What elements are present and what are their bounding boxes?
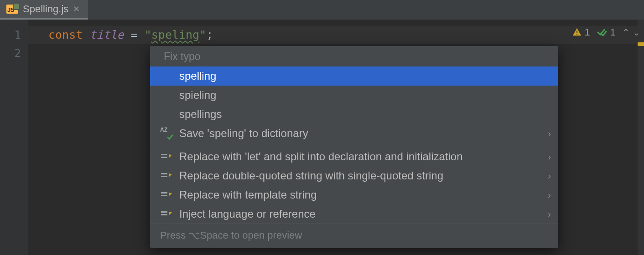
intention-replace-let-split[interactable]: Replace with 'let' and split into declar… xyxy=(150,147,558,166)
svg-rect-3 xyxy=(161,157,167,158)
js-file-icon: JS xyxy=(6,5,18,14)
svg-rect-5 xyxy=(161,176,167,177)
intention-icon xyxy=(160,208,173,220)
check-icon xyxy=(597,27,608,37)
identifier-title: title xyxy=(89,28,124,41)
svg-rect-1 xyxy=(576,34,577,35)
svg-rect-0 xyxy=(576,31,577,33)
keyword-const: const xyxy=(48,28,83,41)
typo-speling[interactable]: speling xyxy=(151,28,199,41)
svg-rect-7 xyxy=(161,195,167,196)
warning-icon xyxy=(572,27,582,37)
stripe-mark-warning[interactable] xyxy=(638,42,644,46)
next-highlight-button[interactable]: ⌄ xyxy=(633,28,640,37)
warnings-indicator[interactable]: 1 xyxy=(572,26,590,38)
inspection-indicators[interactable]: 1 1 ⌃ ⌄ xyxy=(572,26,641,38)
svg-rect-6 xyxy=(161,192,167,194)
semicolon: ; xyxy=(206,28,213,41)
error-stripe[interactable] xyxy=(638,20,644,255)
line-number-gutter: 1 2 xyxy=(0,20,28,255)
intention-icon xyxy=(160,169,173,182)
operator-equals: = xyxy=(124,28,145,41)
typo-suggestion-spelling[interactable]: spelling xyxy=(150,66,558,86)
popup-footer-hint: Press ⌥Space to open preview xyxy=(150,224,558,248)
chevron-right-icon: › xyxy=(548,128,551,139)
code-line-1[interactable]: const title = "speling"; xyxy=(38,26,644,44)
chevron-right-icon: › xyxy=(548,152,551,162)
svg-rect-8 xyxy=(161,211,167,213)
dictionary-icon: AZ xyxy=(160,127,173,140)
intention-actions-popup: Fix typo spelling spieling spellings AZ … xyxy=(150,46,558,248)
intention-inject-language[interactable]: Inject language or reference › xyxy=(150,204,558,224)
chevron-right-icon: › xyxy=(548,190,551,200)
string-quote-open: " xyxy=(145,28,151,41)
chevron-right-icon: › xyxy=(548,171,551,181)
typo-suggestion-spellings[interactable]: spellings xyxy=(150,105,558,124)
intention-icon xyxy=(160,189,173,201)
svg-rect-4 xyxy=(161,173,167,174)
save-to-dictionary-action[interactable]: AZ Save 'speling' to dictionary › xyxy=(150,124,558,143)
weak-warnings-count: 1 xyxy=(610,26,616,38)
editor-tab-bar: JS Spelling.js ✕ xyxy=(0,0,644,20)
svg-rect-9 xyxy=(161,214,167,215)
close-tab-button[interactable]: ✕ xyxy=(73,5,80,13)
intention-double-to-single-quote[interactable]: Replace double-quoted string with single… xyxy=(150,166,558,185)
tab-filename-label: Spelling.js xyxy=(23,3,68,15)
intention-replace-template-string[interactable]: Replace with template string › xyxy=(150,185,558,204)
weak-warnings-indicator[interactable]: 1 xyxy=(597,26,616,38)
string-quote-close: " xyxy=(199,28,206,41)
popup-header-fix-typo: Fix typo xyxy=(150,46,558,66)
chevron-right-icon: › xyxy=(548,209,551,219)
popup-separator xyxy=(150,145,558,145)
typo-suggestion-spieling[interactable]: spieling xyxy=(150,86,558,105)
warnings-count: 1 xyxy=(585,26,590,38)
intention-icon xyxy=(160,150,173,163)
editor-tab-spelling-js[interactable]: JS Spelling.js ✕ xyxy=(0,0,88,20)
line-number: 2 xyxy=(0,44,21,62)
prev-highlight-button[interactable]: ⌃ xyxy=(622,28,630,37)
svg-rect-2 xyxy=(161,154,167,155)
line-number: 1 xyxy=(0,26,21,44)
